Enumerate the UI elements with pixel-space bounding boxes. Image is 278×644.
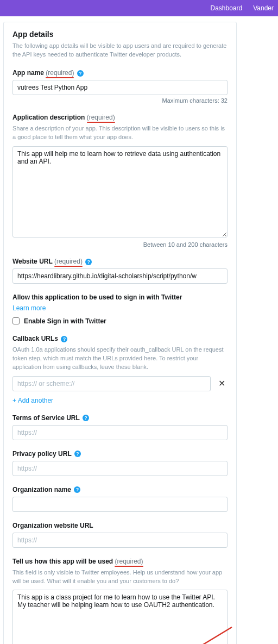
page-subtitle: The following app details will be visibl… <box>12 42 228 59</box>
website-url-section: Website URL (required) ? <box>12 258 228 284</box>
tos-section: Terms of Service URL ? <box>12 414 228 440</box>
callback-label: Callback URLs ? <box>12 335 67 342</box>
required-marker: (required) <box>54 258 83 265</box>
nav-user-link[interactable]: Vander <box>253 4 274 12</box>
callback-help: OAuth 1.0a applications should specify t… <box>12 346 228 372</box>
org-url-section: Organization website URL <box>12 522 228 548</box>
signin-label: Allow this application to be used to sig… <box>12 293 228 301</box>
enable-signin-checkbox[interactable] <box>12 317 20 324</box>
help-icon[interactable]: ? <box>61 336 67 342</box>
usage-label: Tell us how this app will be used (requi… <box>12 558 143 565</box>
tos-input[interactable] <box>12 425 228 440</box>
signin-section: Allow this application to be used to sig… <box>12 293 228 325</box>
help-icon[interactable]: ? <box>85 259 92 265</box>
app-name-counter: Maximum characters: 32 <box>12 97 228 104</box>
learn-more-link[interactable]: Learn more <box>12 304 46 312</box>
help-icon[interactable]: ? <box>83 415 89 421</box>
help-icon[interactable]: ? <box>74 486 80 493</box>
app-description-counter: Between 10 and 200 characters <box>12 241 228 248</box>
required-marker: (required) <box>115 558 143 565</box>
add-another-link[interactable]: + Add another <box>12 397 228 404</box>
callback-url-input[interactable] <box>12 376 211 391</box>
app-name-label: App name (required) ? <box>12 69 84 77</box>
app-description-section: Application description (required) Share… <box>12 114 228 248</box>
help-icon[interactable]: ? <box>77 70 84 77</box>
help-icon[interactable]: ? <box>74 451 81 457</box>
top-nav: Dashboard Vander <box>0 0 278 16</box>
usage-help: This field is only visible to Twitter em… <box>12 568 228 586</box>
app-name-input[interactable] <box>12 80 228 95</box>
usage-textarea[interactable]: This app is a class project for me to le… <box>12 590 228 644</box>
page-title: App details <box>12 30 228 39</box>
privacy-input[interactable] <box>12 461 228 476</box>
app-details-card: App details The following app details wi… <box>3 22 237 644</box>
org-name-section: Organization name ? <box>12 486 228 512</box>
enable-signin-label: Enable Sign in with Twitter <box>24 317 106 325</box>
tos-label: Terms of Service URL ? <box>12 414 89 422</box>
website-url-label: Website URL (required) ? <box>12 258 92 265</box>
app-name-section: App name (required) ? Maximum characters… <box>12 69 228 104</box>
privacy-section: Privacy policy URL ? <box>12 450 228 476</box>
org-name-label: Organization name ? <box>12 486 80 493</box>
app-description-label: Application description (required) <box>12 114 115 121</box>
required-marker: (required) <box>46 69 74 77</box>
required-marker: (required) <box>87 114 115 121</box>
privacy-label: Privacy policy URL ? <box>12 450 81 458</box>
org-url-input[interactable] <box>12 533 228 548</box>
callback-section: Callback URLs ? OAuth 1.0a applications … <box>12 335 228 404</box>
app-description-textarea[interactable]: This app will help me to learn how to re… <box>12 146 228 237</box>
website-url-input[interactable] <box>12 268 228 284</box>
usage-section: Tell us how this app will be used (requi… <box>12 558 228 644</box>
nav-dashboard-link[interactable]: Dashboard <box>210 4 242 12</box>
close-icon[interactable]: ✕ <box>216 378 228 389</box>
app-description-help: Share a description of your app. This de… <box>12 124 228 142</box>
org-name-input[interactable] <box>12 497 228 512</box>
org-url-label: Organization website URL <box>12 522 93 529</box>
